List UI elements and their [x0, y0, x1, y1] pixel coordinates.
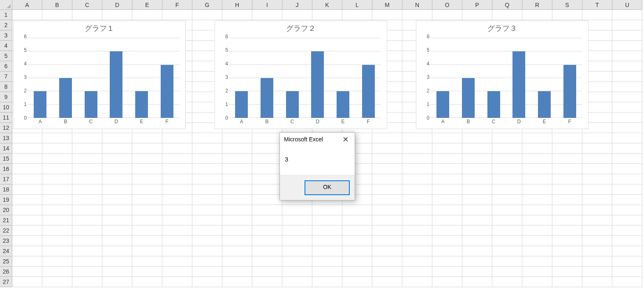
- cell[interactable]: [462, 256, 492, 267]
- cell[interactable]: [492, 164, 522, 174]
- cell[interactable]: [102, 143, 132, 154]
- cell[interactable]: [252, 267, 282, 277]
- cell[interactable]: [402, 236, 432, 246]
- cell[interactable]: [552, 277, 582, 287]
- row-header[interactable]: 5: [0, 51, 12, 61]
- cell[interactable]: [432, 215, 462, 226]
- cell[interactable]: [402, 277, 432, 287]
- column-header[interactable]: U: [612, 0, 642, 10]
- cell[interactable]: [42, 267, 72, 277]
- cell[interactable]: [102, 267, 132, 277]
- cell[interactable]: [252, 277, 282, 287]
- cell[interactable]: [432, 154, 462, 164]
- row-header[interactable]: 17: [0, 174, 12, 184]
- cell[interactable]: [372, 277, 402, 287]
- cell[interactable]: [582, 215, 612, 226]
- cell[interactable]: [312, 10, 342, 20]
- cell[interactable]: [372, 205, 402, 215]
- cell[interactable]: [552, 143, 582, 154]
- bar[interactable]: [261, 78, 273, 118]
- cell[interactable]: [162, 236, 192, 246]
- cell[interactable]: [12, 256, 42, 267]
- cell[interactable]: [522, 236, 552, 246]
- bar[interactable]: [235, 91, 248, 118]
- cell[interactable]: [222, 226, 252, 236]
- row-header[interactable]: 21: [0, 215, 12, 226]
- cell[interactable]: [402, 246, 432, 256]
- cell[interactable]: [462, 226, 492, 236]
- cell[interactable]: [222, 10, 252, 20]
- cell[interactable]: [612, 82, 642, 92]
- bar[interactable]: [161, 65, 173, 118]
- cell[interactable]: [522, 246, 552, 256]
- cell[interactable]: [492, 226, 522, 236]
- cell[interactable]: [402, 154, 432, 164]
- cell[interactable]: [312, 226, 342, 236]
- cell[interactable]: [582, 133, 612, 143]
- cell[interactable]: [372, 164, 402, 174]
- cell[interactable]: [102, 10, 132, 20]
- cell[interactable]: [432, 133, 462, 143]
- cell[interactable]: [42, 174, 72, 184]
- cell[interactable]: [612, 164, 642, 174]
- cell[interactable]: [582, 256, 612, 267]
- row-header[interactable]: 11: [0, 113, 12, 123]
- cell[interactable]: [252, 184, 282, 195]
- column-header[interactable]: Q: [492, 0, 522, 10]
- cell[interactable]: [102, 246, 132, 256]
- chart-object[interactable]: グラフ１0123456ABCDEF: [13, 21, 186, 129]
- cell[interactable]: [192, 133, 222, 143]
- cell[interactable]: [42, 154, 72, 164]
- cell[interactable]: [102, 215, 132, 226]
- cell[interactable]: [612, 10, 642, 20]
- cell[interactable]: [522, 133, 552, 143]
- cell[interactable]: [102, 164, 132, 174]
- cell[interactable]: [462, 215, 492, 226]
- cell[interactable]: [522, 164, 552, 174]
- cell[interactable]: [432, 164, 462, 174]
- cell[interactable]: [102, 236, 132, 246]
- row-header[interactable]: 12: [0, 123, 12, 133]
- cell[interactable]: [72, 277, 102, 287]
- cell[interactable]: [432, 205, 462, 215]
- cell[interactable]: [612, 174, 642, 184]
- cell[interactable]: [372, 256, 402, 267]
- cell[interactable]: [612, 30, 642, 41]
- cell[interactable]: [132, 195, 162, 205]
- cell[interactable]: [12, 133, 42, 143]
- bar[interactable]: [286, 91, 299, 118]
- cell[interactable]: [462, 236, 492, 246]
- cell[interactable]: [192, 277, 222, 287]
- row-header[interactable]: 27: [0, 277, 12, 287]
- cell[interactable]: [582, 205, 612, 215]
- row-header[interactable]: 1: [0, 10, 12, 20]
- column-header[interactable]: M: [372, 0, 402, 10]
- cell[interactable]: [612, 184, 642, 195]
- cell[interactable]: [72, 215, 102, 226]
- cell[interactable]: [552, 267, 582, 277]
- cell[interactable]: [222, 267, 252, 277]
- column-header[interactable]: P: [462, 0, 492, 10]
- cell[interactable]: [582, 195, 612, 205]
- cell[interactable]: [102, 133, 132, 143]
- row-header[interactable]: 4: [0, 41, 12, 51]
- bar[interactable]: [362, 65, 375, 118]
- cell[interactable]: [132, 10, 162, 20]
- cell[interactable]: [132, 133, 162, 143]
- cell[interactable]: [282, 226, 312, 236]
- cell[interactable]: [552, 226, 582, 236]
- cell[interactable]: [42, 164, 72, 174]
- column-header[interactable]: H: [222, 0, 252, 10]
- cell[interactable]: [342, 256, 372, 267]
- cell[interactable]: [492, 246, 522, 256]
- cell[interactable]: [612, 133, 642, 143]
- cell[interactable]: [372, 10, 402, 20]
- column-header[interactable]: F: [162, 0, 192, 10]
- cell[interactable]: [42, 256, 72, 267]
- cell[interactable]: [612, 102, 642, 113]
- bar[interactable]: [462, 78, 475, 118]
- cell[interactable]: [342, 10, 372, 20]
- cell[interactable]: [252, 164, 282, 174]
- cell[interactable]: [462, 143, 492, 154]
- cell[interactable]: [582, 267, 612, 277]
